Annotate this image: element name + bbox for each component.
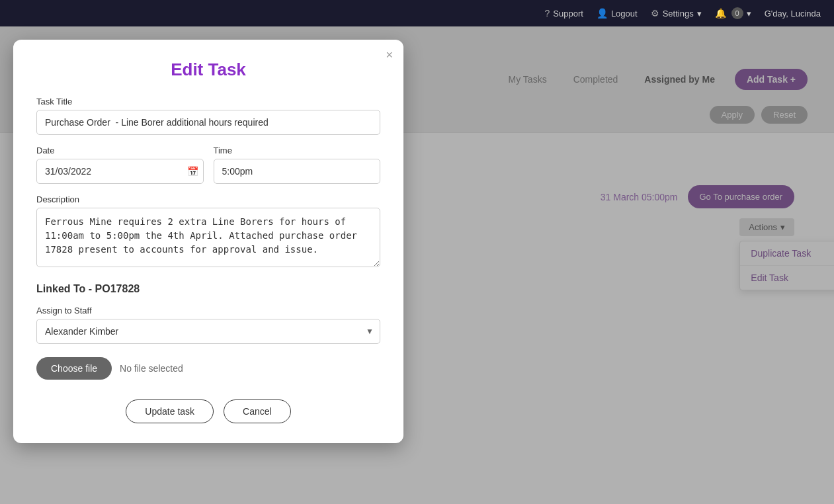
support-nav-item[interactable]: ? Support [545, 8, 583, 19]
date-time-row: Date 📅 Time [36, 146, 380, 184]
settings-label: Settings [663, 9, 694, 19]
description-label: Description [36, 194, 380, 204]
task-title-input[interactable] [36, 110, 380, 135]
no-file-text: No file selected [120, 363, 183, 374]
time-input[interactable] [214, 159, 381, 184]
update-task-button[interactable]: Update task [126, 399, 214, 423]
notification-badge: 0 [731, 7, 743, 19]
bell-icon: 🔔 [715, 8, 726, 19]
edit-task-modal: × Edit Task Task Title Date 📅 Time [13, 40, 403, 443]
modal-actions: Update task Cancel [36, 399, 380, 423]
support-icon: ? [545, 8, 550, 19]
task-title-label: Task Title [36, 97, 380, 106]
staff-select-wrapper: Alexander Kimber John Smith Jane Doe ▼ [36, 319, 380, 344]
staff-select[interactable]: Alexander Kimber John Smith Jane Doe [36, 319, 380, 344]
linked-to: Linked To - PO17828 [36, 283, 380, 295]
cancel-button[interactable]: Cancel [224, 399, 291, 423]
date-label: Date [36, 146, 204, 155]
choose-file-button[interactable]: Choose file [36, 357, 112, 380]
modal-title: Edit Task [36, 60, 380, 80]
time-group: Time [214, 146, 381, 184]
support-label: Support [553, 9, 583, 19]
logout-icon: 👤 [597, 8, 608, 19]
notifications-nav-item[interactable]: 🔔 0 ▾ [715, 7, 751, 19]
time-label: Time [214, 146, 381, 155]
settings-nav-item[interactable]: ⚙ Settings ▾ [651, 8, 702, 19]
notification-arrow-icon: ▾ [747, 9, 751, 19]
assign-label: Assign to Staff [36, 306, 380, 315]
greeting-text: G'day, Lucinda [765, 9, 821, 19]
modal-close-button[interactable]: × [386, 49, 393, 61]
date-group: Date 📅 [36, 146, 204, 184]
date-input-wrapper: 📅 [36, 159, 204, 184]
logout-nav-item[interactable]: 👤 Logout [597, 8, 638, 19]
date-input[interactable] [36, 159, 204, 184]
settings-arrow-icon: ▾ [697, 9, 702, 19]
task-title-group: Task Title [36, 97, 380, 135]
description-textarea[interactable]: Ferrous Mine requires 2 extra Line Borer… [36, 208, 380, 267]
assign-staff-group: Assign to Staff Alexander Kimber John Sm… [36, 306, 380, 344]
top-nav: ? Support 👤 Logout ⚙ Settings ▾ 🔔 0 ▾ G'… [0, 0, 834, 26]
file-upload-row: Choose file No file selected [36, 357, 380, 380]
description-group: Description Ferrous Mine requires 2 extr… [36, 194, 380, 270]
settings-icon: ⚙ [651, 8, 659, 19]
modal-overlay: × Edit Task Task Title Date 📅 Time [0, 26, 834, 504]
logout-label: Logout [611, 9, 638, 19]
